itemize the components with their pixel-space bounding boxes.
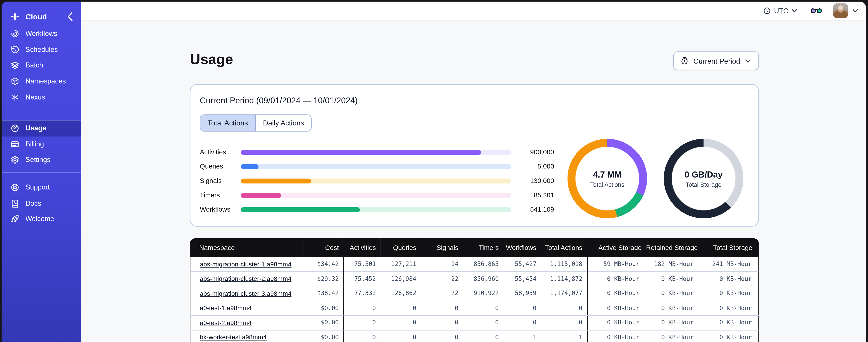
period-selector-button[interactable]: Current Period xyxy=(674,52,759,70)
cell-workflows: 55,427 xyxy=(503,257,541,272)
namespace-usage-table: NamespaceCostActivitiesQueriesSignalsTim… xyxy=(190,238,759,342)
cell-signals: 0 xyxy=(421,316,463,330)
sidebar-item-welcome[interactable]: Welcome xyxy=(2,211,81,227)
cell-activities: 0 xyxy=(343,330,380,342)
cell-active-storage: 0 KB-Hour xyxy=(587,301,646,316)
avatar[interactable] xyxy=(833,3,848,18)
sidebar-item-label: Batch xyxy=(26,62,43,69)
bar-row-activities: Activities900,000 xyxy=(200,145,554,159)
tab-daily-actions[interactable]: Daily Actions xyxy=(256,115,311,131)
cell-active-storage: 0 KB-Hour xyxy=(587,330,646,342)
cell-activities: 0 xyxy=(343,316,380,330)
cell-timers: 0 xyxy=(463,301,503,316)
cell-workflows: 1 xyxy=(503,330,541,342)
bar-fill xyxy=(241,149,481,155)
bar-label: Workflows xyxy=(200,206,241,213)
cell-timers: 856,865 xyxy=(463,257,503,272)
cell-queries: 0 xyxy=(380,316,421,330)
namespace-cell: abs-migration-cluster-2.a98mm4 xyxy=(190,272,303,286)
cell-active-storage: 0 KB-Hour xyxy=(587,286,646,301)
namespace-link[interactable]: abs-migration-cluster-1.a98mm4 xyxy=(200,261,292,267)
bar-fill xyxy=(241,178,311,183)
namespace-link[interactable]: a0-test-2.a98mm4 xyxy=(200,319,252,326)
namespace-cell: abs-migration-cluster-1.a98mm4 xyxy=(190,257,303,272)
cell-cost: $38.42 xyxy=(303,286,343,301)
bar-track xyxy=(241,164,511,169)
sidebar-item-batch[interactable]: Batch xyxy=(2,58,81,73)
settings-icon xyxy=(11,156,20,165)
namespace-cell: abs-migration-cluster-3.a98mm4 xyxy=(190,286,303,301)
column-header-total-storage: Total Storage xyxy=(701,238,759,257)
namespace-link[interactable]: bk-worker-test.a98mm4 xyxy=(200,334,267,341)
page-title: Usage xyxy=(190,51,233,68)
cell-cost: $0.00 xyxy=(303,330,343,342)
namespace-link[interactable]: a0-test-1.a98mm4 xyxy=(200,305,252,311)
cell-active-storage: 0 KB-Hour xyxy=(587,272,646,286)
cell-timers: 0 xyxy=(463,316,503,330)
sidebar-item-label: Support xyxy=(26,184,50,191)
namespace-link[interactable]: abs-migration-cluster-3.a98mm4 xyxy=(200,290,292,297)
timezone-selector[interactable]: UTC xyxy=(764,7,797,15)
cell-total-storage: 0 KB-Hour xyxy=(701,316,759,330)
period-selector-label: Current Period xyxy=(693,57,740,65)
column-header-activities: Activities xyxy=(343,238,380,257)
sidebar-main-nav: WorkflowsSchedulesBatchNamespacesNexus xyxy=(2,26,81,105)
total-storage-value: 0 GB/Day xyxy=(685,169,723,179)
column-header-cost: Cost xyxy=(303,238,343,257)
cell-total-actions: 1 xyxy=(541,330,587,342)
docs-icon xyxy=(11,199,20,208)
sidebar-item-label: Namespaces xyxy=(26,77,66,85)
bar-track xyxy=(241,193,511,198)
page-body: Usage Current Period Current Period (09/… xyxy=(81,21,866,342)
sidebar-item-usage[interactable]: Usage xyxy=(2,121,81,136)
sidebar-item-docs[interactable]: Docs xyxy=(2,195,81,211)
cell-workflows: 58,939 xyxy=(503,286,541,301)
total-storage-donut: 0 GB/Day Total Storage xyxy=(664,139,744,218)
namespaces-icon xyxy=(11,77,20,86)
cell-signals: 22 xyxy=(421,286,463,301)
sidebar-item-namespaces[interactable]: Namespaces xyxy=(2,73,81,89)
sidebar-item-billing[interactable]: Billing xyxy=(2,136,81,152)
sidebar-item-workflows[interactable]: Workflows xyxy=(2,26,81,42)
cell-timers: 910,922 xyxy=(463,286,503,301)
table-row: abs-migration-cluster-1.a98mm4$34.4275,5… xyxy=(190,257,759,272)
sidebar-item-label: Welcome xyxy=(26,215,54,223)
cell-cost: $34.42 xyxy=(303,257,343,272)
account-menu-button[interactable] xyxy=(852,9,858,13)
cell-queries: 126,862 xyxy=(380,286,421,301)
column-header-total-actions: Total Actions xyxy=(541,238,587,257)
total-actions-donut: 4.7 MM Total Actions xyxy=(567,139,647,218)
cell-retained-storage: 0 KB-Hour xyxy=(646,316,701,330)
sidebar-item-schedules[interactable]: Schedules xyxy=(2,42,81,58)
topbar: UTC xyxy=(81,2,866,20)
cell-retained-storage: 0 KB-Hour xyxy=(646,301,701,316)
sidebar-item-label: Docs xyxy=(26,199,41,207)
app-window: Cloud WorkflowsSchedulesBatchNamespacesN… xyxy=(2,2,866,342)
table-row: abs-migration-cluster-2.a98mm4$29.3275,4… xyxy=(190,272,759,286)
sidebar-divider xyxy=(2,172,81,173)
table-row: a0-test-2.a98mm4$0.000000000 KB-Hour0 KB… xyxy=(190,316,759,330)
cell-active-storage: 0 KB-Hour xyxy=(587,316,646,330)
sidebar-brand-label: Cloud xyxy=(26,12,60,21)
bar-label: Signals xyxy=(200,177,241,184)
bar-fill xyxy=(241,164,258,169)
bar-row-queries: Queries5,000 xyxy=(200,159,554,174)
sidebar-item-support[interactable]: Support xyxy=(2,179,81,195)
bar-value: 85,201 xyxy=(511,191,554,199)
sidebar-collapse-button[interactable] xyxy=(66,13,74,20)
billing-icon xyxy=(11,140,20,149)
sidebar-item-nexus[interactable]: Nexus xyxy=(2,89,81,105)
cell-cost: $29.32 xyxy=(303,272,343,286)
glasses-icon xyxy=(810,7,822,14)
bar-row-timers: Timers85,201 xyxy=(200,188,554,202)
cell-cost: $0.00 xyxy=(303,301,343,316)
bar-label: Activities xyxy=(200,148,241,156)
actions-tab-group: Total Actions Daily Actions xyxy=(200,114,312,132)
cell-active-storage: 59 MB-Hour xyxy=(587,257,646,272)
namespace-link[interactable]: abs-migration-cluster-2.a98mm4 xyxy=(200,275,292,282)
cell-activities: 75,452 xyxy=(343,272,380,286)
sidebar-item-settings[interactable]: Settings xyxy=(2,152,81,168)
tab-total-actions[interactable]: Total Actions xyxy=(200,115,256,131)
feedback-glasses-button[interactable] xyxy=(810,7,822,14)
chevron-down-icon xyxy=(745,59,751,63)
